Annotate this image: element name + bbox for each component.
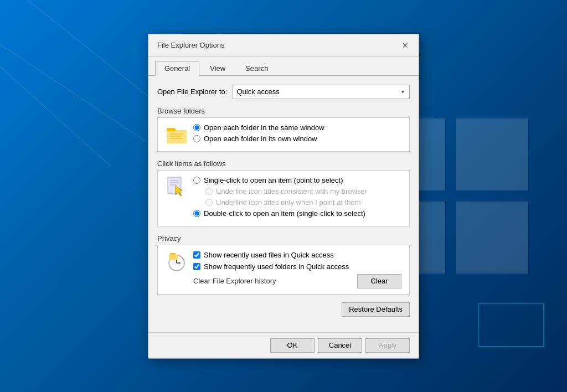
checkbox-show-frequent-row: Show frequently used folders in Quick ac…	[193, 262, 401, 271]
radio-underline-point	[205, 199, 213, 206]
radio-underline-browser-row: Underline icon titles consistent with my…	[205, 187, 401, 195]
apply-button[interactable]: Apply	[365, 338, 410, 353]
close-button[interactable]: ✕	[399, 39, 412, 52]
browse-folders-content: Open each folder in the same window Open…	[166, 123, 401, 146]
privacy-box: Show recently used files in Quick access…	[157, 245, 410, 295]
svg-rect-7	[478, 303, 544, 347]
privacy-icon	[166, 251, 188, 273]
radio-underline-point-row: Underline icon titles only when I point …	[205, 198, 401, 207]
svg-line-6	[28, 0, 166, 111]
cancel-button[interactable]: Cancel	[318, 338, 362, 353]
click-items-content: Single-click to open an item (point to s…	[166, 176, 401, 220]
svg-rect-3	[456, 202, 528, 274]
open-fe-row: Open File Explorer to: Quick access This…	[157, 85, 410, 99]
radio-underline-point-label: Underline icon titles only when I point …	[216, 198, 361, 207]
clear-history-row: Clear File Explorer history Clear	[193, 274, 401, 288]
svg-rect-11	[170, 133, 183, 135]
checkbox-show-recent-label[interactable]: Show recently used files in Quick access	[204, 251, 334, 259]
click-icon	[166, 176, 188, 198]
dialog-body: Open File Explorer to: Quick access This…	[148, 76, 419, 332]
browse-folders-options: Open each folder in the same window Open…	[193, 123, 401, 146]
checkbox-show-recent[interactable]	[193, 251, 200, 259]
open-fe-select[interactable]: Quick access This PC	[233, 85, 410, 99]
svg-rect-1	[456, 118, 528, 190]
svg-rect-10	[167, 131, 187, 143]
restore-row: Restore Defaults	[157, 302, 410, 317]
tabs: General View Search	[148, 57, 419, 76]
radio-double-click-label[interactable]: Double-click to open an item (single-cli…	[204, 209, 365, 218]
radio-double-click-row: Double-click to open an item (single-cli…	[193, 209, 401, 218]
svg-rect-12	[170, 136, 181, 137]
restore-defaults-button[interactable]: Restore Defaults	[342, 302, 410, 317]
radio-single-click-row: Single-click to open an item (point to s…	[193, 176, 401, 184]
radio-own-window-label[interactable]: Open each folder in its own window	[204, 135, 317, 143]
checkbox-show-frequent[interactable]	[193, 263, 200, 270]
svg-line-4	[0, 44, 166, 155]
radio-single-click-label[interactable]: Single-click to open an item (point to s…	[204, 176, 343, 184]
folder-icon	[166, 123, 188, 146]
radio-same-window-label[interactable]: Open each folder in the same window	[204, 123, 324, 132]
privacy-content: Show recently used files in Quick access…	[166, 251, 401, 288]
radio-underline-browser	[205, 188, 213, 195]
radio-same-window-row: Open each folder in the same window	[193, 123, 401, 132]
checkbox-show-recent-row: Show recently used files in Quick access	[193, 251, 401, 259]
title-bar: File Explorer Options ✕	[148, 34, 419, 57]
radio-same-window[interactable]	[193, 124, 200, 131]
svg-rect-24	[169, 255, 178, 260]
open-fe-select-wrapper: Quick access This PC	[233, 85, 410, 99]
radio-underline-browser-label: Underline icon titles consistent with my…	[216, 187, 367, 195]
tab-general[interactable]: General	[155, 61, 199, 76]
file-explorer-options-dialog: File Explorer Options ✕ General View Sea…	[148, 34, 419, 359]
tab-search[interactable]: Search	[236, 61, 277, 76]
radio-single-click[interactable]	[193, 177, 200, 184]
click-items-box: Single-click to open an item (point to s…	[157, 170, 410, 226]
click-items-options: Single-click to open an item (point to s…	[193, 176, 401, 220]
ok-button[interactable]: OK	[270, 338, 315, 353]
tab-view[interactable]: View	[200, 61, 235, 76]
checkbox-show-frequent-label[interactable]: Show frequently used folders in Quick ac…	[204, 262, 349, 271]
svg-rect-13	[170, 138, 182, 139]
footer-buttons: OK Cancel Apply	[148, 332, 419, 358]
browse-folders-label: Browse folders	[157, 107, 410, 115]
dialog-title: File Explorer Options	[157, 41, 224, 49]
click-items-label: Click items as follows	[157, 159, 410, 168]
privacy-options: Show recently used files in Quick access…	[193, 251, 401, 288]
open-fe-label: Open File Explorer to:	[157, 87, 227, 96]
browse-folders-box: Open each folder in the same window Open…	[157, 117, 410, 152]
clear-history-label: Clear File Explorer history	[193, 277, 276, 285]
radio-double-click[interactable]	[193, 210, 200, 217]
privacy-label: Privacy	[157, 234, 410, 243]
clear-button[interactable]: Clear	[357, 274, 401, 288]
radio-own-window-row: Open each folder in its own window	[193, 135, 401, 143]
radio-own-window[interactable]	[193, 135, 200, 142]
